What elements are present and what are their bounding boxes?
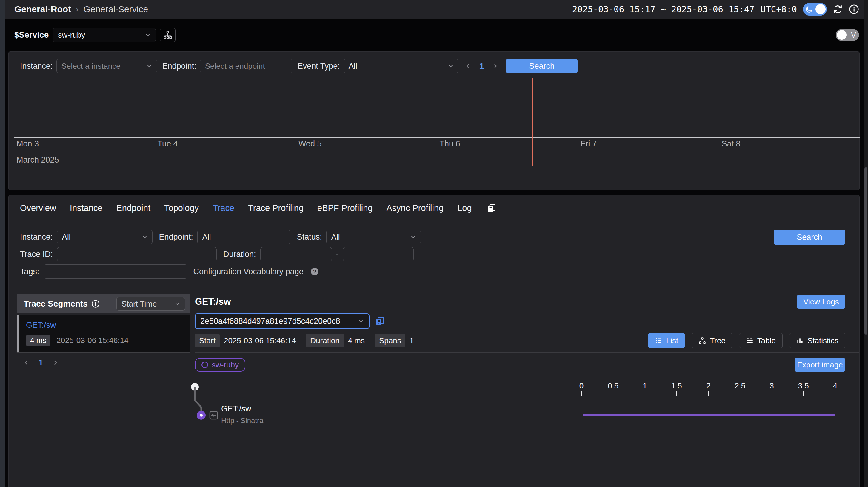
help-icon[interactable]: ? (310, 267, 319, 276)
segment-endpoint-link[interactable]: GET:/sw (26, 321, 184, 330)
tab-log[interactable]: Log (457, 203, 472, 213)
tags-input[interactable] (43, 264, 187, 279)
export-image-button[interactable]: Export image (795, 358, 845, 372)
event-search-button[interactable]: Search (506, 59, 578, 73)
view-statistics-label: Statistics (807, 336, 838, 345)
chevron-down-icon (146, 63, 153, 69)
vocabulary-link[interactable]: Configuration Vocabulary page (193, 267, 304, 276)
topology-shortcut-button[interactable] (160, 28, 176, 42)
trace-filter-row-3: Tags: Configuration Vocabulary page ? (20, 264, 848, 279)
chevron-right-icon[interactable] (52, 359, 59, 366)
view-table-button[interactable]: Table (739, 333, 783, 348)
event-timeline-panel: Instance: Select a instance Endpoint: Ev… (8, 51, 860, 190)
trace-segment-item[interactable]: GET:/sw 4 ms 2025-03-06 15:46:14 (17, 315, 190, 352)
calendar-day-label: Sat 8 (722, 139, 741, 148)
calendar-day-label: Fri 7 (581, 139, 597, 148)
tab-instance[interactable]: Instance (70, 203, 103, 213)
calendar-day-column: Fri 7 (578, 78, 719, 154)
duration-group: Duration 4 ms (306, 334, 365, 347)
duration-label-chip: Duration (306, 334, 344, 347)
event-type-value: All (349, 61, 357, 71)
event-instance-select[interactable]: Select a instance (56, 59, 157, 73)
dark-mode-toggle[interactable] (803, 3, 827, 16)
axis-labels: 0 0.5 1 1.5 2 2.5 3 3.5 4 (582, 381, 835, 391)
trace-status-value: All (331, 232, 340, 242)
chevron-left-icon[interactable] (464, 62, 472, 69)
trace-segments-header: Trace Segments Start Time (17, 294, 190, 313)
start-group: Start 2025-03-06 15:46:14 (195, 334, 296, 347)
event-endpoint-input[interactable] (200, 59, 292, 73)
tab-trace[interactable]: Trace (213, 203, 234, 213)
current-time-marker (532, 78, 533, 166)
tab-topology[interactable]: Topology (164, 203, 199, 213)
breadcrumb-root[interactable]: General-Root (14, 4, 71, 15)
trace-id-select[interactable]: 2e50a4f6884d497a81e97d5c4c20e0c8 (195, 313, 370, 329)
start-label-chip: Start (195, 334, 220, 347)
calendar-day-column: Tue 4 (155, 78, 297, 154)
trace-id-row: 2e50a4f6884d497a81e97d5c4c20e0c8 (195, 313, 859, 329)
trace-endpoint-input[interactable] (197, 230, 290, 244)
info-icon[interactable] (849, 4, 859, 15)
trace-search-button[interactable]: Search (774, 230, 845, 245)
trace-filter-row-2: Trace ID: Duration: - (20, 247, 848, 261)
view-table-label: Table (757, 336, 776, 345)
view-tree-button[interactable]: Tree (691, 333, 733, 348)
segment-meta: 4 ms 2025-03-06 15:46:14 (26, 335, 184, 346)
toggle-knob (837, 30, 846, 40)
calendar-month-label: March 2025 (17, 155, 59, 165)
tab-async-profiling[interactable]: Async Profiling (386, 203, 443, 213)
entry-span-icon (208, 410, 219, 421)
variables-toggle[interactable]: V (836, 29, 859, 41)
service-legend-label: sw-ruby (212, 360, 239, 370)
start-value: 2025-03-06 15:46:14 (224, 336, 296, 345)
tab-overview[interactable]: Overview (20, 203, 56, 213)
tab-endpoint[interactable]: Endpoint (116, 203, 151, 213)
endpoint-label: Endpoint: (159, 232, 193, 242)
event-timeline-calendar[interactable]: Mon 3 Tue 4 Wed 5 Thu 6 Fri 7 Sat 8 Marc… (14, 78, 860, 166)
table-icon (746, 337, 754, 344)
trace-id-input[interactable] (57, 247, 217, 261)
event-type-select[interactable]: All (344, 59, 459, 73)
topology-icon (163, 30, 172, 39)
trace-span-list: GET:/sw Http - Sinatra 0 0.5 1 1.5 2 2.5… (190, 374, 859, 485)
trace-id-label: Trace ID: (20, 250, 53, 259)
trace-instance-select[interactable]: All (57, 230, 153, 244)
tab-trace-profiling[interactable]: Trace Profiling (248, 203, 304, 213)
event-page-number[interactable]: 1 (479, 61, 484, 71)
duration-label: Duration: (223, 250, 256, 259)
duration-min-input[interactable] (260, 247, 332, 261)
chevron-right-icon[interactable] (492, 62, 499, 69)
segment-start-time: 2025-03-06 15:46:14 (56, 336, 128, 345)
trace-status-select[interactable]: All (326, 230, 421, 244)
view-logs-button[interactable]: View Logs (797, 295, 845, 309)
spans-group: Spans 1 (375, 334, 414, 347)
span-duration-bar[interactable] (583, 414, 835, 416)
chevron-down-icon (447, 63, 454, 69)
tree-icon (699, 337, 706, 344)
span-endpoint-name[interactable]: GET:/sw (221, 404, 251, 413)
refresh-icon[interactable] (833, 4, 843, 15)
copy-dashboard-icon[interactable] (487, 203, 496, 213)
view-list-button[interactable]: List (648, 333, 685, 348)
service-legend-tag[interactable]: sw-ruby (195, 358, 245, 372)
segments-page-number[interactable]: 1 (38, 358, 43, 368)
copy-trace-id-icon[interactable] (375, 316, 385, 326)
service-select[interactable]: sw-ruby (53, 28, 156, 42)
info-icon[interactable] (91, 300, 100, 308)
breadcrumb-separator: › (76, 4, 79, 14)
event-pagination: 1 (464, 61, 499, 71)
trace-id-value: 2e50a4f6884d497a81e97d5c4c20e0c8 (200, 317, 340, 326)
sort-order-select[interactable]: Start Time (116, 297, 185, 311)
calendar-day-label: Wed 5 (299, 139, 322, 148)
duration-max-input[interactable] (343, 247, 414, 261)
duration-axis: 0 0.5 1 1.5 2 2.5 3 3.5 4 (582, 381, 835, 396)
chevron-left-icon[interactable] (23, 359, 30, 366)
trace-detail-header: GET:/sw View Logs (195, 295, 845, 309)
time-range-picker[interactable]: 2025-03-06 15:17 ~ 2025-03-06 15:47 (572, 4, 754, 15)
tab-ebpf-profiling[interactable]: eBPF Profiling (317, 203, 373, 213)
span-node-dot[interactable] (197, 411, 206, 420)
scrollbar-thumb[interactable] (864, 167, 867, 335)
chevron-down-icon (410, 234, 416, 240)
view-statistics-button[interactable]: Statistics (789, 333, 845, 348)
window-edge-strip (0, 0, 5, 487)
